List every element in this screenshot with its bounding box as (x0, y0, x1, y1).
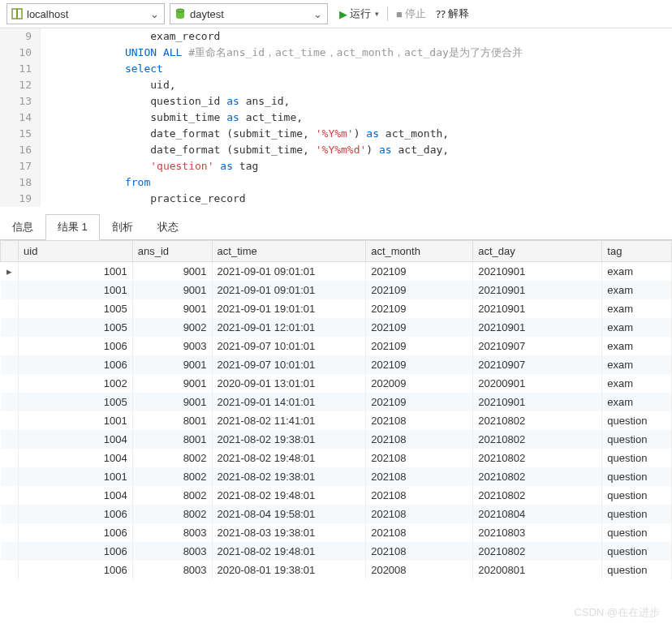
cell-act_day[interactable]: 20210901 (473, 299, 602, 318)
cell-act_day[interactable]: 20200801 (473, 561, 602, 579)
cell-tag[interactable]: exam (602, 337, 672, 355)
cell-act_month[interactable]: 202108 (366, 505, 473, 523)
cell-act_day[interactable]: 20210802 (473, 430, 602, 449)
table-row[interactable]: ▸100190012021-09-01 09:01:01202109202109… (1, 262, 672, 282)
table-row[interactable]: 100690032021-09-07 10:01:012021092021090… (1, 337, 672, 355)
cell-ans_id[interactable]: 9001 (132, 262, 212, 282)
cell-act_day[interactable]: 20210901 (473, 393, 602, 411)
cell-act_day[interactable]: 20200901 (473, 374, 602, 393)
run-button[interactable]: ▶ 运行 ▾ (336, 5, 382, 23)
code-line[interactable]: date_format (submit_time, '%Y%m') as act… (49, 126, 672, 142)
column-header[interactable]: act_time (212, 241, 366, 262)
cell-tag[interactable]: exam (602, 393, 672, 411)
code-line[interactable]: uid, (49, 77, 672, 93)
cell-act_month[interactable]: 202108 (366, 411, 473, 430)
cell-tag[interactable]: question (602, 411, 672, 430)
cell-act_month[interactable]: 202108 (366, 523, 473, 542)
connection-dropdown[interactable]: localhost ⌄ (6, 3, 165, 24)
cell-ans_id[interactable]: 8003 (132, 561, 212, 579)
code-line[interactable]: UNION ALL #重命名ans_id，act_time，act_month，… (49, 45, 672, 61)
cell-act_month[interactable]: 202109 (366, 281, 473, 299)
cell-act_month[interactable]: 202108 (366, 467, 473, 486)
table-row[interactable]: 100680032021-08-03 19:38:012021082021080… (1, 523, 672, 542)
cell-act_time[interactable]: 2021-08-02 19:38:01 (212, 430, 366, 449)
cell-act_time[interactable]: 2021-09-07 10:01:01 (212, 337, 366, 355)
cell-uid[interactable]: 1004 (19, 449, 133, 467)
cell-act_time[interactable]: 2021-09-01 12:01:01 (212, 318, 366, 337)
cell-tag[interactable]: question (602, 561, 672, 579)
cell-uid[interactable]: 1006 (19, 542, 133, 561)
table-row[interactable]: 100180012021-08-02 11:41:012021082021080… (1, 411, 672, 430)
column-header[interactable]: ans_id (132, 241, 212, 262)
cell-act_time[interactable]: 2021-08-02 11:41:01 (212, 411, 366, 430)
cell-tag[interactable]: exam (602, 281, 672, 299)
cell-act_time[interactable]: 2021-08-03 19:38:01 (212, 523, 366, 542)
code-line[interactable]: select (49, 61, 672, 77)
code-line[interactable]: submit_time as act_time, (49, 110, 672, 126)
cell-tag[interactable]: question (602, 467, 672, 486)
cell-act_time[interactable]: 2021-08-02 19:48:01 (212, 449, 366, 467)
table-row[interactable]: 100590022021-09-01 12:01:012021092021090… (1, 318, 672, 337)
code-line[interactable]: from (49, 174, 672, 191)
cell-act_day[interactable]: 20210803 (473, 523, 602, 542)
cell-act_time[interactable]: 2021-09-07 10:01:01 (212, 355, 366, 374)
cell-act_time[interactable]: 2021-09-01 09:01:01 (212, 281, 366, 299)
cell-act_time[interactable]: 2021-08-02 19:48:01 (212, 486, 366, 505)
table-row[interactable]: 100480022021-08-02 19:48:012021082021080… (1, 486, 672, 505)
result-grid[interactable]: uidans_idact_timeact_monthact_daytag ▸10… (0, 240, 672, 579)
cell-act_month[interactable]: 202109 (366, 299, 473, 318)
code-line[interactable]: date_format (submit_time, '%Y%m%d') as a… (49, 142, 672, 158)
cell-tag[interactable]: exam (602, 355, 672, 374)
cell-act_day[interactable]: 20210907 (473, 337, 602, 355)
cell-uid[interactable]: 1001 (19, 281, 133, 299)
cell-act_month[interactable]: 202109 (366, 355, 473, 374)
explain-button[interactable]: ⁇ 解释 (433, 5, 472, 23)
cell-ans_id[interactable]: 9003 (132, 337, 212, 355)
database-dropdown[interactable]: daytest ⌄ (170, 3, 328, 24)
cell-uid[interactable]: 1006 (19, 505, 133, 523)
cell-act_time[interactable]: 2021-09-01 09:01:01 (212, 262, 366, 282)
cell-ans_id[interactable]: 9001 (132, 393, 212, 411)
cell-ans_id[interactable]: 8001 (132, 411, 212, 430)
code-line[interactable]: exam_record (49, 28, 672, 45)
cell-act_day[interactable]: 20210901 (473, 262, 602, 282)
cell-act_time[interactable]: 2021-08-04 19:58:01 (212, 505, 366, 523)
table-row[interactable]: 100680022021-08-04 19:58:012021082021080… (1, 505, 672, 523)
table-row[interactable]: 100190012021-09-01 09:01:012021092021090… (1, 281, 672, 299)
cell-ans_id[interactable]: 8002 (132, 505, 212, 523)
result-tab[interactable]: 剖析 (100, 214, 145, 240)
cell-uid[interactable]: 1005 (19, 393, 133, 411)
cell-tag[interactable]: question (602, 542, 672, 561)
cell-act_day[interactable]: 20210802 (473, 486, 602, 505)
cell-act_month[interactable]: 202109 (366, 262, 473, 282)
cell-tag[interactable]: exam (602, 374, 672, 393)
cell-tag[interactable]: exam (602, 262, 672, 282)
cell-act_time[interactable]: 2021-09-01 14:01:01 (212, 393, 366, 411)
column-header[interactable]: tag (602, 241, 672, 262)
sql-editor[interactable]: 910111213141516171819 exam_record UNION … (0, 28, 672, 207)
table-row[interactable]: 100480022021-08-02 19:48:012021082021080… (1, 449, 672, 467)
table-row[interactable]: 100680032021-08-02 19:48:012021082021080… (1, 542, 672, 561)
cell-act_day[interactable]: 20210802 (473, 449, 602, 467)
cell-act_month[interactable]: 202109 (366, 337, 473, 355)
cell-tag[interactable]: question (602, 486, 672, 505)
cell-tag[interactable]: exam (602, 318, 672, 337)
code-line[interactable]: question_id as ans_id, (49, 93, 672, 110)
cell-uid[interactable]: 1005 (19, 299, 133, 318)
cell-uid[interactable]: 1001 (19, 467, 133, 486)
column-header[interactable]: uid (19, 241, 133, 262)
cell-uid[interactable]: 1005 (19, 318, 133, 337)
result-tab[interactable]: 状态 (145, 214, 191, 240)
cell-ans_id[interactable]: 8002 (132, 449, 212, 467)
table-row[interactable]: 100290012020-09-01 13:01:012020092020090… (1, 374, 672, 393)
table-row[interactable]: 100680032020-08-01 19:38:012020082020080… (1, 561, 672, 579)
cell-ans_id[interactable]: 8002 (132, 486, 212, 505)
cell-ans_id[interactable]: 9001 (132, 355, 212, 374)
cell-uid[interactable]: 1004 (19, 430, 133, 449)
cell-uid[interactable]: 1002 (19, 374, 133, 393)
cell-act_time[interactable]: 2021-08-02 19:48:01 (212, 542, 366, 561)
code-line[interactable]: practice_record (49, 191, 672, 207)
cell-ans_id[interactable]: 9002 (132, 318, 212, 337)
code-line[interactable]: 'question' as tag (49, 158, 672, 174)
cell-act_time[interactable]: 2021-09-01 19:01:01 (212, 299, 366, 318)
